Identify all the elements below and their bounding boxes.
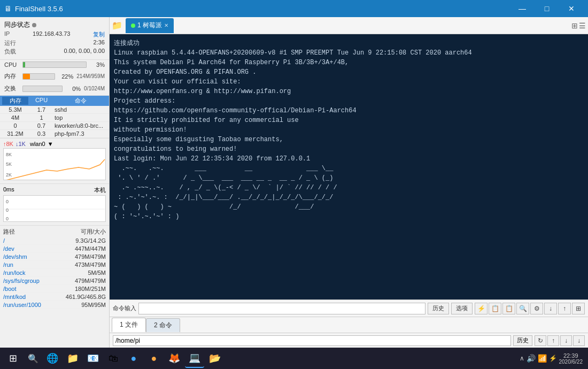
tab-grid-icon[interactable]: ⊞ (571, 21, 578, 30)
right-panel: 📁 1 树莓派 ✕ ⊞ ☰ 连接成功Linux raspbian 5.4.44-… (110, 17, 588, 348)
options-button[interactable]: 选项 (451, 303, 473, 314)
proc-mem: 0 (2, 122, 28, 129)
interface-dropdown-icon[interactable]: ▼ (48, 141, 53, 147)
firefox-taskbar-item[interactable]: 🦊 (165, 349, 184, 368)
terminal[interactable]: 连接成功Linux raspbian 5.4.44-OPENFANS+20200… (110, 34, 588, 299)
download-label: ↓1K (16, 141, 26, 147)
cmd-input[interactable] (138, 303, 425, 314)
grid-button[interactable]: ⊞ (572, 303, 585, 314)
svg-text:0: 0 (6, 216, 9, 221)
terminal-line: .~ .~~~..~. / , _/ _ \(_-< / _ \/ ` |/ `… (114, 183, 584, 193)
cpu-text: 3% (89, 62, 105, 68)
terminal-line: It is strictly prohibited for any commer… (114, 116, 584, 125)
clock-date: 2020/6/22 (559, 359, 583, 365)
col-cmd[interactable]: 命令 (55, 97, 107, 105)
download-button[interactable]: ↓ (544, 303, 557, 314)
latency-chart: 0 0 0 (3, 195, 106, 222)
process-list: 5.3M 1.7 sshd 4M 1 top 0 0.7 kworker/u8:… (0, 106, 109, 138)
disk-row: /dev/shm 479M/479M (3, 253, 106, 261)
proc-cmd: kworker/u8:0-brc... (55, 122, 107, 129)
active-tab[interactable]: 1 树莓派 ✕ (126, 18, 174, 33)
path-history-btn[interactable]: 历史 (513, 335, 532, 346)
taskbar-search[interactable]: 🔍 (24, 348, 43, 369)
minimize-button[interactable]: — (510, 0, 535, 17)
store-icon: 🛍 (109, 353, 118, 364)
clock-time: 22:39 (563, 352, 578, 359)
explorer-taskbar-item[interactable]: 📁 (63, 349, 82, 368)
app2-taskbar-item[interactable]: ● (144, 349, 164, 368)
network-icon[interactable]: 📶 (538, 354, 547, 363)
start-button[interactable]: ⊞ (2, 348, 24, 369)
store-taskbar-item[interactable]: 🛍 (104, 349, 123, 368)
mem-section: 内存 22% 214M/959M (0, 71, 109, 83)
process-row: 5.3M 1.7 sshd (0, 106, 109, 114)
tab-bar: 📁 1 树莓派 ✕ ⊞ ☰ (110, 17, 588, 34)
volume-icon[interactable]: 🔊 (527, 354, 536, 363)
close-button[interactable]: ✕ (559, 0, 584, 17)
files-taskbar-item[interactable]: 📂 (205, 349, 225, 368)
disk-path-header: 路径 (3, 228, 15, 236)
taskbar-items: 🌐 📁 📧 🛍 ● ● 🦊 💻 📂 (43, 349, 520, 368)
disk-size: 447M/447M (63, 245, 106, 252)
svg-text:0: 0 (6, 207, 9, 213)
search-button[interactable]: 🔍 (516, 303, 529, 314)
refresh-button[interactable]: ↻ (535, 335, 546, 346)
proc-cmd: top (55, 114, 107, 121)
window-controls: — □ ✕ (510, 0, 584, 17)
history-button[interactable]: 历史 (428, 303, 449, 314)
down2-button[interactable]: ↓ (573, 335, 585, 346)
disk-path: /sys/fs/cgroup (3, 278, 63, 284)
windows-icon: ⊞ (9, 352, 17, 364)
tab-commands[interactable]: 2 命令 (146, 318, 180, 332)
path-bar: 历史 ↻ ↑ ↓ ↓ (110, 333, 588, 348)
disk-path: /boot (3, 286, 63, 292)
terminal-line: : .~.'~'.~. : /_/|_|\___/___/ .__/_/_/_|… (114, 193, 584, 202)
lightning-button[interactable]: ⚡ (475, 303, 488, 314)
finalshell-taskbar-item[interactable]: 💻 (185, 349, 204, 368)
runtime-value: 2:36 (94, 39, 105, 47)
clipboard1-button[interactable]: 📋 (489, 303, 501, 314)
sync-label: 同步状态 (4, 20, 30, 29)
host-label: 本机 (94, 186, 106, 194)
disk-section: 路径 可用/大小 / 9.3G/14.2G /dev 447M/447M /de… (0, 225, 109, 348)
left-panel: 同步状态 IP 192.168.43.73 复制 运行 2:36 负载 0.00… (0, 17, 110, 348)
svg-text:8K: 8K (6, 152, 12, 157)
terminal-line: Created by OPENFANS.ORG & PIFAN.ORG . (114, 67, 584, 77)
app1-taskbar-item[interactable]: ● (124, 349, 143, 368)
mail-taskbar-item[interactable]: 📧 (83, 349, 103, 368)
battery-icon[interactable]: ⚡ (549, 355, 557, 362)
folder-icon[interactable]: 📁 (112, 20, 122, 30)
terminal-line: '. \ ' / .' / _ \___ ___ ___ __ _ __ _ /… (114, 173, 584, 183)
tray-expand[interactable]: ∧ (520, 355, 524, 362)
taskbar-clock[interactable]: 22:39 2020/6/22 (559, 352, 583, 365)
terminal-line: Your can visit our official site: (114, 77, 584, 87)
process-header: 内存 CPU 命令 (0, 96, 109, 106)
maximize-button[interactable]: □ (535, 0, 559, 17)
tab-files[interactable]: 1 文件 (112, 318, 146, 332)
cpu-section: CPU 3% (0, 60, 109, 71)
col-mem[interactable]: 内存 (2, 97, 28, 105)
path-input[interactable] (113, 335, 511, 346)
upload-button[interactable]: ↑ (558, 303, 571, 314)
finalshell-icon: 💻 (189, 352, 200, 364)
clipboard2-button[interactable]: 📋 (502, 303, 515, 314)
disk-path: /dev/shm (3, 253, 63, 260)
edge-taskbar-item[interactable]: 🌐 (43, 349, 62, 368)
tab-menu-icon[interactable]: ☰ (579, 21, 586, 30)
col-cpu[interactable]: CPU (28, 97, 55, 105)
disk-row: /run 473M/479M (3, 261, 106, 269)
settings-button[interactable]: ⚙ (530, 303, 543, 314)
explorer-icon: 📁 (67, 352, 79, 364)
disk-size: 95M/95M (63, 302, 106, 308)
copy-button[interactable]: 复制 (93, 30, 105, 39)
svg-text:0: 0 (6, 199, 9, 204)
disk-path: /run/lock (3, 270, 63, 276)
tab-close-button[interactable]: ✕ (164, 22, 168, 28)
down1-button[interactable]: ↓ (560, 335, 572, 346)
app-title: FinalShell 3.5.6 (15, 5, 510, 13)
up-button[interactable]: ↑ (547, 335, 559, 346)
tab-dot (131, 24, 135, 28)
disk-path: /run/user/1000 (3, 302, 63, 308)
latency-chart-svg: 0 0 0 (4, 196, 105, 221)
terminal-line: https://github.com/openfans-community-of… (114, 106, 584, 116)
